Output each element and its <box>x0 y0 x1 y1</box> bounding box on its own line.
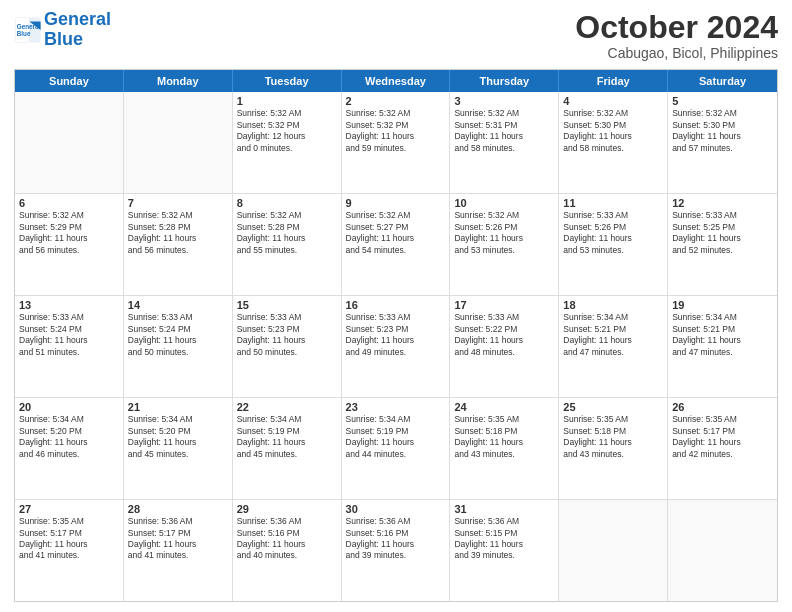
cell-info-line: Daylight: 11 hours <box>454 539 554 550</box>
day-number: 6 <box>19 197 119 209</box>
cell-info-line: Sunset: 5:25 PM <box>672 222 773 233</box>
cell-info-line: and 48 minutes. <box>454 347 554 358</box>
calendar-cell: 24Sunrise: 5:35 AMSunset: 5:18 PMDayligh… <box>450 398 559 499</box>
cell-info-line: and 46 minutes. <box>19 449 119 460</box>
cell-info-line: Sunset: 5:18 PM <box>563 426 663 437</box>
cell-info: Sunrise: 5:32 AMSunset: 5:30 PMDaylight:… <box>672 108 773 154</box>
calendar-cell: 5Sunrise: 5:32 AMSunset: 5:30 PMDaylight… <box>668 92 777 193</box>
cell-info-line: Daylight: 11 hours <box>454 131 554 142</box>
cell-info-line: Daylight: 12 hours <box>237 131 337 142</box>
cell-info-line: Sunrise: 5:33 AM <box>237 312 337 323</box>
cell-info-line: Sunset: 5:26 PM <box>563 222 663 233</box>
cell-info: Sunrise: 5:32 AMSunset: 5:26 PMDaylight:… <box>454 210 554 256</box>
cell-info-line: Sunrise: 5:34 AM <box>672 312 773 323</box>
cell-info-line: Daylight: 11 hours <box>672 233 773 244</box>
calendar-cell <box>559 500 668 601</box>
cell-info-line: Sunset: 5:21 PM <box>563 324 663 335</box>
cell-info-line: Sunset: 5:17 PM <box>19 528 119 539</box>
cell-info: Sunrise: 5:33 AMSunset: 5:25 PMDaylight:… <box>672 210 773 256</box>
cell-info: Sunrise: 5:33 AMSunset: 5:22 PMDaylight:… <box>454 312 554 358</box>
day-number: 22 <box>237 401 337 413</box>
cell-info-line: and 50 minutes. <box>237 347 337 358</box>
cell-info-line: and 45 minutes. <box>237 449 337 460</box>
cell-info-line: Daylight: 11 hours <box>563 131 663 142</box>
calendar-row: 20Sunrise: 5:34 AMSunset: 5:20 PMDayligh… <box>15 397 777 499</box>
cell-info-line: Sunrise: 5:36 AM <box>237 516 337 527</box>
svg-text:Blue: Blue <box>17 29 31 36</box>
calendar-cell: 27Sunrise: 5:35 AMSunset: 5:17 PMDayligh… <box>15 500 124 601</box>
day-number: 20 <box>19 401 119 413</box>
calendar-cell: 11Sunrise: 5:33 AMSunset: 5:26 PMDayligh… <box>559 194 668 295</box>
cell-info-line: and 49 minutes. <box>346 347 446 358</box>
cell-info: Sunrise: 5:35 AMSunset: 5:17 PMDaylight:… <box>672 414 773 460</box>
day-number: 12 <box>672 197 773 209</box>
cell-info-line: Sunset: 5:31 PM <box>454 120 554 131</box>
calendar-header: SundayMondayTuesdayWednesdayThursdayFrid… <box>15 70 777 92</box>
header-day-saturday: Saturday <box>668 70 777 92</box>
day-number: 30 <box>346 503 446 515</box>
cell-info-line: and 42 minutes. <box>672 449 773 460</box>
cell-info-line: Sunrise: 5:32 AM <box>346 210 446 221</box>
day-number: 11 <box>563 197 663 209</box>
header-day-friday: Friday <box>559 70 668 92</box>
day-number: 28 <box>128 503 228 515</box>
day-number: 24 <box>454 401 554 413</box>
cell-info-line: Sunrise: 5:34 AM <box>128 414 228 425</box>
cell-info-line: and 52 minutes. <box>672 245 773 256</box>
cell-info-line: Sunset: 5:21 PM <box>672 324 773 335</box>
cell-info-line: Sunrise: 5:32 AM <box>237 210 337 221</box>
calendar-cell: 16Sunrise: 5:33 AMSunset: 5:23 PMDayligh… <box>342 296 451 397</box>
cell-info-line: and 59 minutes. <box>346 143 446 154</box>
cell-info-line: and 47 minutes. <box>672 347 773 358</box>
logo: General Blue General Blue <box>14 10 111 50</box>
cell-info-line: Daylight: 11 hours <box>346 539 446 550</box>
calendar: SundayMondayTuesdayWednesdayThursdayFrid… <box>14 69 778 602</box>
header-day-sunday: Sunday <box>15 70 124 92</box>
calendar-cell <box>668 500 777 601</box>
calendar-cell: 9Sunrise: 5:32 AMSunset: 5:27 PMDaylight… <box>342 194 451 295</box>
cell-info: Sunrise: 5:34 AMSunset: 5:19 PMDaylight:… <box>237 414 337 460</box>
cell-info-line: Sunset: 5:26 PM <box>454 222 554 233</box>
calendar-cell <box>15 92 124 193</box>
cell-info-line: Sunset: 5:27 PM <box>346 222 446 233</box>
calendar-row: 13Sunrise: 5:33 AMSunset: 5:24 PMDayligh… <box>15 295 777 397</box>
calendar-body: 1Sunrise: 5:32 AMSunset: 5:32 PMDaylight… <box>15 92 777 601</box>
cell-info-line: Sunset: 5:30 PM <box>563 120 663 131</box>
cell-info-line: Sunrise: 5:35 AM <box>672 414 773 425</box>
calendar-cell: 21Sunrise: 5:34 AMSunset: 5:20 PMDayligh… <box>124 398 233 499</box>
cell-info-line: Sunrise: 5:33 AM <box>672 210 773 221</box>
day-number: 4 <box>563 95 663 107</box>
cell-info-line: Daylight: 11 hours <box>19 539 119 550</box>
cell-info-line: Sunrise: 5:34 AM <box>346 414 446 425</box>
cell-info: Sunrise: 5:32 AMSunset: 5:29 PMDaylight:… <box>19 210 119 256</box>
cell-info-line: Sunset: 5:18 PM <box>454 426 554 437</box>
cell-info-line: Daylight: 11 hours <box>346 335 446 346</box>
header: General Blue General Blue October 2024 C… <box>14 10 778 61</box>
cell-info-line: and 56 minutes. <box>19 245 119 256</box>
cell-info-line: Daylight: 11 hours <box>563 335 663 346</box>
cell-info-line: Sunrise: 5:33 AM <box>346 312 446 323</box>
cell-info-line: Sunset: 5:20 PM <box>19 426 119 437</box>
cell-info-line: and 54 minutes. <box>346 245 446 256</box>
cell-info-line: and 41 minutes. <box>128 550 228 561</box>
day-number: 16 <box>346 299 446 311</box>
cell-info-line: and 58 minutes. <box>454 143 554 154</box>
cell-info: Sunrise: 5:32 AMSunset: 5:28 PMDaylight:… <box>237 210 337 256</box>
day-number: 19 <box>672 299 773 311</box>
cell-info-line: Sunrise: 5:32 AM <box>237 108 337 119</box>
svg-text:General: General <box>17 22 41 29</box>
day-number: 8 <box>237 197 337 209</box>
day-number: 23 <box>346 401 446 413</box>
cell-info-line: Sunrise: 5:32 AM <box>454 210 554 221</box>
calendar-cell: 10Sunrise: 5:32 AMSunset: 5:26 PMDayligh… <box>450 194 559 295</box>
cell-info-line: Daylight: 11 hours <box>672 131 773 142</box>
day-number: 7 <box>128 197 228 209</box>
cell-info-line: Sunset: 5:22 PM <box>454 324 554 335</box>
cell-info-line: Daylight: 11 hours <box>454 233 554 244</box>
calendar-cell: 22Sunrise: 5:34 AMSunset: 5:19 PMDayligh… <box>233 398 342 499</box>
cell-info-line: and 39 minutes. <box>454 550 554 561</box>
day-number: 14 <box>128 299 228 311</box>
calendar-cell: 8Sunrise: 5:32 AMSunset: 5:28 PMDaylight… <box>233 194 342 295</box>
cell-info-line: and 58 minutes. <box>563 143 663 154</box>
calendar-cell: 29Sunrise: 5:36 AMSunset: 5:16 PMDayligh… <box>233 500 342 601</box>
